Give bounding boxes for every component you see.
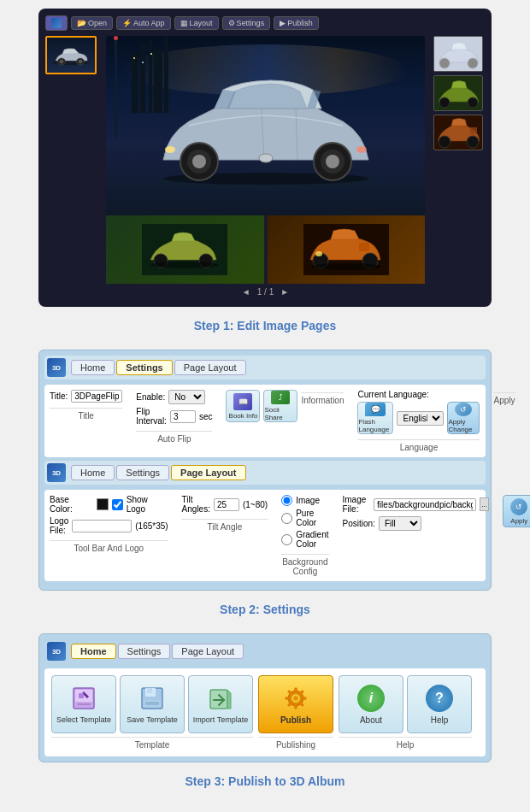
svg-point-4 (79, 59, 83, 62)
settings-tab-pagelayout-2[interactable]: Page Layout (171, 465, 245, 480)
gradient-color-row: Gradient Color (281, 530, 328, 549)
svg-rect-44 (147, 688, 152, 693)
page-next-btn[interactable]: ► (280, 287, 289, 297)
settings-logo: 3D (47, 358, 66, 377)
show-logo-checkbox[interactable] (112, 499, 123, 510)
pure-color-radio[interactable] (281, 513, 292, 524)
enable-label: Enable: (136, 392, 165, 402)
about-label: About (360, 715, 382, 725)
svg-rect-41 (79, 693, 84, 698)
gradient-radio[interactable] (281, 534, 292, 545)
flash-language-btn[interactable]: 💬 Flash Language (357, 402, 393, 434)
apply-change-icon: ↺ (510, 498, 527, 515)
help-group: i About ? Help Help (339, 675, 472, 750)
toolbar-logo-section: Base Color: Show Logo Logo File: (165*35… (50, 495, 168, 553)
browse-btn[interactable]: ... (480, 497, 489, 511)
svg-point-30 (468, 58, 478, 68)
autoapp-btn[interactable]: ⚡ Auto App (116, 16, 171, 30)
language-section: Current Language: 💬 Flash Language Engli… (357, 390, 480, 452)
publish-btn[interactable]: Publish (258, 675, 333, 733)
image-radio[interactable] (281, 495, 292, 506)
svg-point-32 (439, 97, 450, 108)
pub-tab-settings[interactable]: Settings (118, 644, 171, 659)
pub-tab-home[interactable]: Home (71, 644, 116, 659)
book-icon: 📖 (233, 393, 252, 410)
socii-share-btn[interactable]: ⤴ Socii Share (263, 390, 297, 422)
book-info-label: Book Info (229, 412, 258, 420)
book-info-btn[interactable]: 📖 Book Info (226, 390, 260, 422)
imagefile-input[interactable] (374, 498, 476, 511)
tilt-range: (1~80) (243, 500, 268, 509)
apply-section-label: Apply (493, 392, 515, 405)
right-thumb-3[interactable] (433, 115, 483, 150)
logo-size-label: (165*35) (135, 521, 168, 531)
tilt-label: Tilt Angles: (182, 495, 210, 514)
svg-point-2 (60, 59, 64, 62)
apply-change-label: Apply Change (448, 418, 479, 433)
settings-tab-settings-2[interactable]: Settings (116, 465, 169, 480)
title-field-row: Title: (50, 390, 122, 403)
tilt-input[interactable] (214, 498, 239, 511)
publish-buttons-row: Select Template (51, 675, 479, 750)
folder-icon: 📂 (77, 19, 86, 27)
title-label: Title: (50, 391, 68, 401)
help-btn[interactable]: ? Help (407, 675, 472, 733)
svg-point-27 (315, 251, 322, 256)
right-thumb-1[interactable] (433, 36, 483, 72)
svg-point-21 (150, 262, 219, 268)
settings-btn[interactable]: ⚙ Settings (222, 16, 271, 30)
step1-container: 📂 Open ⚡ Auto App ▦ Layout ⚙ Settings ▶ … (38, 9, 492, 307)
step2-container: 3D Home Settings Page Layout Title: Titl… (38, 350, 492, 591)
publish-toolbar-btn[interactable]: ▶ Publish (274, 16, 319, 30)
settings-tab-home-1[interactable]: Home (71, 360, 115, 375)
about-btn[interactable]: i About (339, 675, 403, 733)
save-template-btn[interactable]: Save Template (120, 675, 185, 733)
title-input[interactable] (71, 390, 122, 403)
select-template-label: Select Template (56, 715, 111, 725)
imagefile-row: Image File: ... (343, 495, 490, 514)
flash-language-label: Flash Language (358, 418, 392, 433)
page-prev-btn[interactable]: ◄ (242, 287, 250, 297)
settings-tab-pagelayout-1[interactable]: Page Layout (174, 360, 246, 375)
share-icon: ⤴ (271, 391, 290, 404)
color-swatch[interactable] (97, 498, 109, 510)
open-btn[interactable]: 📂 Open (71, 16, 113, 30)
speech-bubble-icon: 💬 (365, 403, 386, 416)
select-template-btn[interactable]: Select Template (51, 675, 116, 733)
settings-tab-home-2[interactable]: Home (71, 465, 115, 480)
toolbar-section-label: Tool Bar And Logo (50, 540, 168, 553)
svg-point-36 (467, 136, 479, 148)
logo-file-input[interactable] (72, 520, 132, 533)
flip-interval-row: Flip Interval: sec (136, 407, 212, 426)
publish-btn-label: Publish (280, 715, 311, 725)
svg-rect-58 (286, 697, 289, 700)
save-template-label: Save Template (127, 715, 177, 725)
right-thumb-2[interactable] (433, 75, 483, 111)
page-indicator: 1 / 1 (257, 287, 274, 297)
select-template-icon (70, 685, 97, 712)
position-row: Position: Fill (343, 516, 490, 531)
position-select[interactable]: Fill (379, 516, 421, 531)
svg-rect-37 (470, 127, 477, 134)
editor-logo-btn[interactable] (45, 15, 68, 31)
import-template-btn[interactable]: Import Template (188, 675, 253, 733)
settings-tab-settings[interactable]: Settings (116, 360, 172, 375)
canvas-area: ◄ 1 / 1 ► (106, 36, 425, 300)
enable-select[interactable]: No Yes (168, 390, 205, 404)
thumb-item-1[interactable] (45, 36, 97, 74)
svg-point-33 (468, 97, 478, 108)
layout-btn[interactable]: ▦ Layout (174, 16, 219, 30)
save-template-icon (138, 685, 166, 712)
logo-file-row: Logo File: (165*35) (50, 516, 168, 535)
apply-change-btn[interactable]: ↺ Apply Change (447, 402, 480, 434)
svg-point-25 (310, 263, 382, 270)
apply-btn[interactable]: ↺ Apply (503, 495, 530, 527)
apply-icon: ↺ (455, 403, 472, 416)
svg-point-17 (259, 154, 273, 162)
flip-interval-input[interactable] (170, 410, 196, 423)
language-select[interactable]: English (397, 411, 444, 426)
pub-tab-pagelayout[interactable]: Page Layout (172, 644, 244, 659)
svg-point-51 (293, 696, 297, 700)
settings-icon: ⚙ (228, 19, 235, 27)
apply-label: Apply (510, 517, 527, 525)
